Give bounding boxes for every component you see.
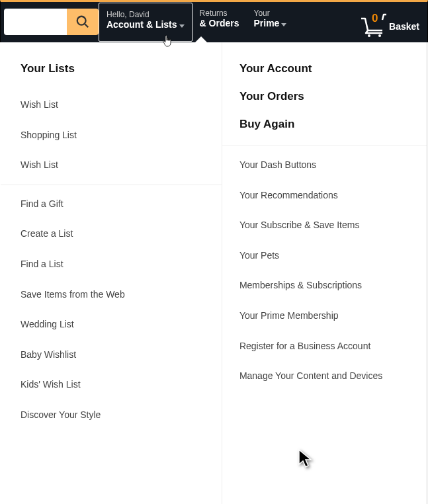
- list-item[interactable]: Your Prime Membership: [239, 301, 427, 331]
- list-item[interactable]: Manage Your Content and Devices: [239, 361, 427, 392]
- top-navbar: Hello, David Account & Lists Returns & O…: [0, 0, 428, 42]
- lists-group-1: Wish List Shopping List Wish List: [21, 90, 222, 181]
- list-item[interactable]: Find a List: [21, 249, 222, 280]
- search-input[interactable]: [4, 9, 67, 35]
- account-flyout: Your Lists Wish List Shopping List Wish …: [1, 42, 427, 504]
- nav-prime-line2: Prime: [254, 18, 280, 28]
- search-box: [4, 9, 99, 35]
- nav-account-lists[interactable]: Hello, David Account & Lists: [99, 3, 193, 42]
- list-item[interactable]: Create a List: [21, 219, 222, 249]
- list-item[interactable]: Your Subscribe & Save Items: [239, 210, 427, 241]
- svg-point-2: [368, 34, 370, 37]
- divider: [1, 185, 222, 185]
- list-item[interactable]: Save Items from the Web: [21, 280, 222, 310]
- search-button[interactable]: [67, 9, 99, 35]
- flyout-pointer: [195, 36, 207, 42]
- chevron-down-icon: [281, 23, 286, 26]
- arrow-cursor-icon: [298, 448, 315, 470]
- basket-label: Basket: [388, 21, 419, 37]
- account-links: Your Dash Buttons Your Recommendations Y…: [239, 150, 427, 392]
- search-icon: [75, 15, 90, 29]
- list-item[interactable]: Wedding List: [21, 310, 222, 340]
- divider: [222, 146, 427, 146]
- svg-line-1: [85, 24, 89, 28]
- list-item[interactable]: Your Pets: [239, 241, 427, 271]
- list-item[interactable]: Kids' Wish List: [21, 370, 222, 400]
- your-lists-heading: Your Lists: [21, 62, 222, 75]
- flyout-left-column: Your Lists Wish List Shopping List Wish …: [1, 42, 222, 504]
- basket-icon: 0: [359, 13, 388, 37]
- lists-group-2: Find a Gift Create a List Find a List Sa…: [21, 189, 222, 431]
- svg-point-3: [378, 34, 381, 37]
- list-item[interactable]: Shopping List: [21, 120, 222, 151]
- nav-account-greeting: Hello, David: [107, 10, 185, 20]
- buy-again-link[interactable]: Buy Again: [239, 118, 427, 131]
- svg-point-0: [77, 17, 86, 25]
- hand-cursor-icon: [162, 34, 174, 49]
- nav-prime[interactable]: Your Prime: [247, 2, 294, 42]
- list-item[interactable]: Your Dash Buttons: [239, 150, 427, 181]
- list-item[interactable]: Discover Your Style: [21, 400, 222, 431]
- nav-basket[interactable]: 0 Basket: [351, 2, 427, 42]
- list-item[interactable]: Baby Wishlist: [21, 340, 222, 370]
- nav-account-label: Account & Lists: [107, 19, 177, 30]
- list-item[interactable]: Wish List: [21, 90, 222, 120]
- list-item[interactable]: Memberships & Subscriptions: [239, 271, 427, 301]
- flyout-right-column: Your Account Your Orders Buy Again Your …: [222, 42, 427, 504]
- basket-count: 0: [372, 12, 378, 25]
- nav-orders-line2: & Orders: [200, 19, 239, 28]
- nav-prime-line1: Your: [254, 9, 287, 19]
- list-item[interactable]: Register for a Business Account: [239, 331, 427, 362]
- list-item[interactable]: Your Recommendations: [239, 181, 427, 211]
- list-item[interactable]: Find a Gift: [21, 189, 222, 220]
- list-item[interactable]: Wish List: [21, 150, 222, 181]
- chevron-down-icon: [179, 24, 185, 28]
- nav-orders-line1: Returns: [200, 9, 239, 19]
- your-orders-link[interactable]: Your Orders: [239, 90, 427, 103]
- your-account-link[interactable]: Your Account: [239, 62, 427, 75]
